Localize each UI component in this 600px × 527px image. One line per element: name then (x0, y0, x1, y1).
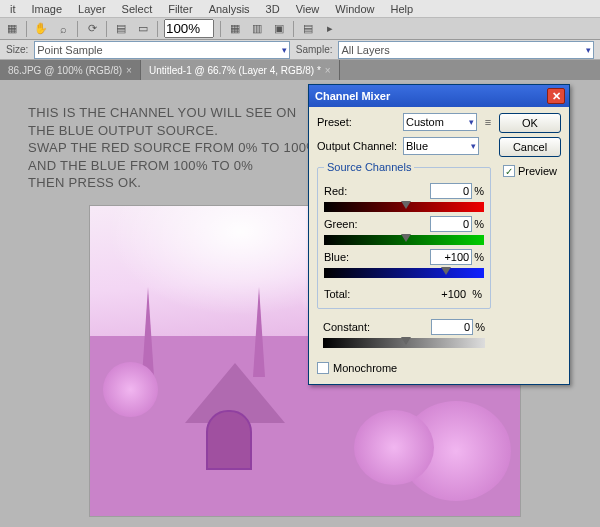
tool-options-bar: Size: Point Sample Sample: All Layers (0, 40, 600, 60)
instruction-line: THE BLUE OUTPUT SOURCE. (28, 122, 348, 140)
preview-checkbox[interactable]: ✓ (503, 165, 515, 177)
document-canvas: THIS IS THE CHANNEL YOU WILL SEE ON THE … (0, 80, 600, 527)
size-label: Size: (6, 44, 28, 55)
ok-button[interactable]: OK (499, 113, 561, 133)
output-channel-select[interactable]: Blue (403, 137, 479, 155)
red-channel-row: Red: % (324, 183, 484, 212)
doc-tab-2[interactable]: Untitled-1 @ 66.7% (Layer 4, RGB/8) * × (141, 60, 340, 80)
total-value: +100 (441, 288, 466, 300)
tutorial-overlay-text: THIS IS THE CHANNEL YOU WILL SEE ON THE … (28, 104, 348, 192)
preview-label: Preview (518, 165, 557, 177)
guide-icon[interactable]: ▥ (249, 21, 265, 37)
close-icon[interactable]: × (126, 65, 132, 76)
tree (103, 362, 158, 417)
separator (293, 21, 294, 37)
app-menubar: it Image Layer Select Filter Analysis 3D… (0, 0, 600, 18)
spire (142, 287, 154, 377)
percent-sign: % (474, 185, 484, 197)
red-label: Red: (324, 185, 347, 197)
separator (26, 21, 27, 37)
slider-thumb[interactable] (401, 337, 411, 345)
constant-label: Constant: (323, 321, 370, 333)
app-toolbar: ▦ ✋ ⌕ ⟳ ▤ ▭ ▦ ▥ ▣ ▤ ▸ (0, 18, 600, 40)
constant-slider[interactable] (323, 338, 485, 348)
doc-tab-label: Untitled-1 @ 66.7% (Layer 4, RGB/8) * (149, 65, 321, 76)
preview-toggle[interactable]: ✓ Preview (503, 165, 557, 177)
doc-tab-label: 86.JPG @ 100% (RGB/8) (8, 65, 122, 76)
close-button[interactable]: ✕ (547, 88, 565, 104)
instruction-line: SWAP THE RED SOURCE FROM 0% TO 100% (28, 139, 348, 157)
sample-layers-select[interactable]: All Layers (338, 41, 594, 59)
menu-image[interactable]: Image (24, 3, 71, 15)
chevron-right-icon[interactable]: ▸ (322, 21, 338, 37)
total-label: Total: (324, 288, 350, 300)
blue-slider[interactable] (324, 268, 484, 278)
channel-mixer-dialog: Channel Mixer ✕ OK Cancel ✓ Preview Pres… (308, 84, 570, 385)
launch-bridge-icon[interactable]: ▦ (4, 21, 20, 37)
menu-analysis[interactable]: Analysis (201, 3, 258, 15)
red-value-input[interactable] (430, 183, 472, 199)
instruction-line: AND THE BLUE FROM 100% TO 0% (28, 157, 348, 175)
percent-sign: % (474, 251, 484, 263)
source-channels-legend: Source Channels (324, 161, 414, 173)
view-rotate-icon[interactable]: ⟳ (84, 21, 100, 37)
green-label: Green: (324, 218, 358, 230)
menu-select[interactable]: Select (114, 3, 161, 15)
hand-tool-icon[interactable]: ✋ (33, 21, 49, 37)
percent-sign: % (475, 321, 485, 333)
zoom-level-field[interactable] (164, 19, 214, 38)
arrange-documents-icon[interactable]: ▤ (113, 21, 129, 37)
zoom-tool-icon[interactable]: ⌕ (55, 21, 71, 37)
percent-sign: % (472, 288, 482, 300)
menu-window[interactable]: Window (327, 3, 382, 15)
document-tabs: 86.JPG @ 100% (RGB/8) × Untitled-1 @ 66.… (0, 60, 600, 80)
monochrome-toggle[interactable]: Monochrome (317, 362, 561, 374)
dialog-body: OK Cancel ✓ Preview Preset: Custom ≡ Out… (309, 107, 569, 384)
dialog-titlebar[interactable]: Channel Mixer ✕ (309, 85, 569, 107)
menu-filter[interactable]: Filter (160, 3, 200, 15)
instruction-line: THEN PRESS OK. (28, 174, 348, 192)
separator (157, 21, 158, 37)
slider-thumb[interactable] (441, 267, 451, 275)
menu-view[interactable]: View (288, 3, 328, 15)
constant-value-input[interactable] (431, 319, 473, 335)
close-icon[interactable]: × (325, 65, 331, 76)
doc-tab-1[interactable]: 86.JPG @ 100% (RGB/8) × (0, 60, 141, 80)
blue-channel-row: Blue: % (324, 249, 484, 278)
screen-mode-icon[interactable]: ▭ (135, 21, 151, 37)
arched-window (206, 410, 252, 470)
preset-select[interactable]: Custom (403, 113, 477, 131)
blue-label: Blue: (324, 251, 349, 263)
slider-thumb[interactable] (401, 234, 411, 242)
blue-value-input[interactable] (430, 249, 472, 265)
menu-3d[interactable]: 3D (258, 3, 288, 15)
grid-icon[interactable]: ▦ (227, 21, 243, 37)
sample-label: Sample: (296, 44, 333, 55)
sample-size-select[interactable]: Point Sample (34, 41, 290, 59)
dialog-button-column: OK Cancel ✓ Preview (499, 113, 561, 177)
workspace-icon[interactable]: ▤ (300, 21, 316, 37)
source-channels-group: Source Channels Red: % G (317, 161, 491, 309)
total-row: Total: +100 % (324, 288, 484, 300)
green-channel-row: Green: % (324, 216, 484, 245)
monochrome-label: Monochrome (333, 362, 397, 374)
separator (220, 21, 221, 37)
constant-row: Constant: % (317, 319, 491, 348)
instruction-line: THIS IS THE CHANNEL YOU WILL SEE ON (28, 104, 348, 122)
separator (106, 21, 107, 37)
menu-it[interactable]: it (2, 3, 24, 15)
output-channel-label: Output Channel: (317, 140, 399, 152)
green-slider[interactable] (324, 235, 484, 245)
dialog-title: Channel Mixer (315, 90, 390, 102)
slider-thumb[interactable] (401, 201, 411, 209)
ruler-icon[interactable]: ▣ (271, 21, 287, 37)
preset-menu-icon[interactable]: ≡ (481, 115, 495, 129)
menu-layer[interactable]: Layer (70, 3, 114, 15)
cancel-button[interactable]: Cancel (499, 137, 561, 157)
percent-sign: % (474, 218, 484, 230)
preset-label: Preset: (317, 116, 399, 128)
monochrome-checkbox[interactable] (317, 362, 329, 374)
menu-help[interactable]: Help (382, 3, 421, 15)
green-value-input[interactable] (430, 216, 472, 232)
red-slider[interactable] (324, 202, 484, 212)
